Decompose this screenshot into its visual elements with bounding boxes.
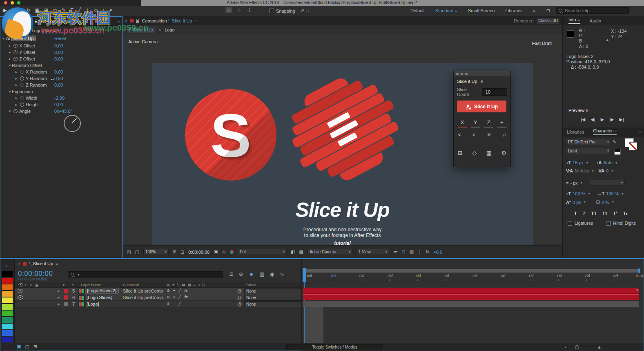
horizontal-scale-value[interactable]: 100 % [606,191,619,196]
layer-comment[interactable]: Slice it Up preComp [123,295,163,300]
twirl-right-icon[interactable]: ► [8,51,12,54]
expand-transfer-controls-icon[interactable]: ▢ [25,344,29,349]
snap-option-icon[interactable]: ↗ [301,8,304,13]
expand-inout-icon[interactable]: ⊞ [33,344,37,349]
twirl-down-icon[interactable]: ▼ [8,110,12,113]
property-value[interactable]: 0,00 [54,56,63,61]
stopwatch-icon[interactable] [20,103,24,107]
twirl-down-icon[interactable]: ▼ [8,64,12,67]
world-axis-mode-icon[interactable]: ⊹ [236,7,243,13]
breadcrumb-parent[interactable]: Logo [165,27,174,32]
label-color-swatch[interactable] [2,324,13,329]
next-button[interactable]: > [472,132,475,138]
resolution-select[interactable]: Full▾ [238,249,287,255]
axis-z-button[interactable]: Z [484,119,493,127]
type-tool-icon[interactable]: T [70,7,73,13]
channel-colors-icon[interactable] [230,250,234,254]
axis-x-button[interactable]: X [458,119,467,127]
stopwatch-icon[interactable] [13,57,18,61]
comment-column[interactable]: Comment [123,283,139,287]
subscript-icon[interactable]: T₁ [623,211,627,216]
workspace-default[interactable]: Default [410,8,425,13]
layer-row[interactable]: ► 6 [Logo Slices] Slice it Up preComp ⊕✦… [15,294,301,301]
layer-label-color[interactable] [64,289,68,293]
layer-row[interactable]: ► 5 [Logo Slices 2] Slice it Up preComp … [15,288,301,294]
property-value[interactable]: 0,00 [54,43,63,48]
puppet-tool-icon[interactable]: ✦ [109,7,113,13]
parent-pickwhip-icon[interactable]: @ [237,295,242,300]
renderer-select[interactable]: Classic 3D [536,18,560,24]
twirl-right-icon[interactable]: ► [8,57,12,61]
eraser-tool-icon[interactable]: ◇ [94,7,98,13]
current-time-display[interactable]: 0:00:00:00 [18,270,53,278]
slice-it-up-button[interactable]: Slice it Up [457,101,506,112]
local-axis-mode-icon[interactable]: ⊹ [225,7,232,13]
render-frame-icon[interactable]: ▦ [486,150,492,156]
script-menu-icon[interactable]: ≡ [481,79,483,84]
slice-count-input[interactable]: 10 [482,88,507,96]
timeline-button-icon[interactable]: ▥ [410,249,414,255]
property-value[interactable]: 0,50 [54,76,63,81]
layer-duration-bar[interactable]: ✎ [303,288,639,294]
workspace-libraries[interactable]: Libraries [505,8,522,13]
superscript-icon[interactable]: T¹ [613,211,617,216]
zoom-slider-track[interactable] [570,347,594,347]
preview-timecode[interactable]: 0:00:00:00 [188,250,209,255]
rotate-tool-icon[interactable]: ↻ [27,7,31,13]
hide-shy-layers-icon[interactable]: ☻ [249,271,254,277]
zoom-tool-icon[interactable]: ○ [19,7,22,13]
tsume-value[interactable]: 0 % [602,200,609,205]
effect-property-row[interactable]: ►Y Random0,50↔ [0,75,121,82]
lock-icon[interactable] [29,21,32,23]
property-value[interactable]: 0,00 [54,83,63,87]
font-size-value[interactable]: 15 px [573,160,584,165]
visibility-eye-icon[interactable] [18,295,23,300]
twirl-right-icon[interactable]: ► [8,44,12,48]
parent-pickwhip-icon[interactable]: @ [237,288,242,293]
layer-switches[interactable]: ⊕✦╱ [167,302,181,306]
twirl-right-icon[interactable]: ► [14,103,18,107]
panel-menu-icon[interactable]: ≡ [56,261,58,266]
panel-menu-icon[interactable]: ≡ [614,128,617,133]
script-panel-chrome[interactable] [454,71,510,76]
workspace-menu-icon[interactable]: ≡ [455,8,457,13]
zoom-out-mountain-icon[interactable]: ▲ [564,346,567,349]
prev-button[interactable]: < [458,132,461,138]
property-value[interactable]: 0,00 [54,69,63,74]
magnification-select[interactable]: 100%▾ [143,249,169,255]
tab-project[interactable]: Project [3,19,15,24]
parent-column[interactable]: Parent [245,283,256,287]
flowchart-icon[interactable]: ⊹ [418,249,421,255]
axis-y-button[interactable]: Y [471,119,480,127]
workspace-overflow-chevron[interactable]: » [533,8,536,13]
fast-previews-icon[interactable]: ⊡ [401,249,405,255]
parent-select[interactable]: None▾ [244,288,305,294]
effect-property-row[interactable]: ►X Random0,00 [0,69,121,75]
shuffle-icon[interactable]: ✕ [487,132,491,138]
prev-frame-icon[interactable]: ◀| [591,117,595,122]
pixel-aspect-icon[interactable]: ▭ [393,249,397,255]
panel-menu-icon[interactable]: ≡ [577,17,579,22]
effect-header-row[interactable]: ▼ fx Slice it Up Reset [0,35,121,42]
property-value[interactable]: -2,00 [54,96,65,101]
snapshot-icon[interactable]: ▣ [214,249,218,255]
layer-switches[interactable]: ⊕✦╱fx [167,288,189,293]
reverse-icon[interactable]: ∩ [503,132,506,138]
layer-label-color[interactable] [64,302,68,306]
tab-audio[interactable]: Audio [590,18,601,23]
timeline-search-field[interactable]: ▾ [68,271,223,278]
stopwatch-icon[interactable] [13,50,18,54]
duplicate-icon[interactable]: ⊞ [458,150,463,156]
layer-name[interactable]: [Logo] [87,302,99,306]
hindi-digits-checkbox[interactable] [606,221,611,226]
stroke-style-select[interactable]: ▾ [590,180,625,186]
font-family-select[interactable]: PF DinText Pro▾ [566,139,611,145]
small-caps-icon[interactable]: Tᴛ [602,211,607,216]
stroke-color-swatch[interactable] [629,142,637,150]
close-tab-icon[interactable]: × [18,261,20,266]
reset-effect-link[interactable]: Reset [54,36,66,41]
motion-blur-icon[interactable]: ◉ [270,271,274,277]
angle-dial[interactable] [64,115,81,132]
toggle-switches-modes-button[interactable]: Toggle Switches / Modes [286,344,383,350]
show-snapshot-icon[interactable]: ◎ [222,249,226,255]
